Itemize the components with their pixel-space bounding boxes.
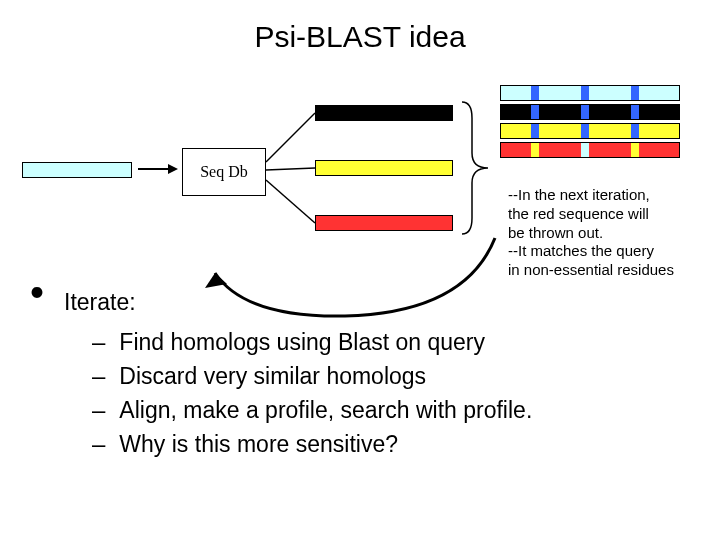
bullet-dot-icon: • — [30, 284, 44, 300]
profile-mark — [531, 86, 539, 100]
profile-mark — [531, 143, 539, 157]
query-sequence-bar — [22, 162, 132, 178]
seq-db-label: Seq Db — [200, 163, 248, 181]
annot-line: --In the next iteration, — [508, 186, 720, 205]
homolog-bar-black — [315, 105, 453, 121]
profile-row — [500, 142, 680, 158]
annotation-text: --In the next iteration, the red sequenc… — [508, 186, 720, 280]
page-title: Psi-BLAST idea — [0, 20, 720, 54]
dash-icon: – — [92, 362, 105, 390]
bullet-text: Why is this more sensitive? — [119, 431, 398, 458]
profile-alignment — [500, 85, 680, 161]
profile-mark — [631, 86, 639, 100]
bullet-list: • Iterate: – Find homologs using Blast o… — [30, 288, 670, 464]
dash-icon: – — [92, 396, 105, 424]
profile-mark — [631, 143, 639, 157]
profile-mark — [581, 143, 589, 157]
bullet-text: Align, make a profile, search with profi… — [119, 397, 532, 424]
svg-line-0 — [266, 113, 315, 162]
dash-icon: – — [92, 430, 105, 458]
annot-line: be thrown out. — [508, 224, 720, 243]
bullet-text: Discard very similar homologs — [119, 363, 426, 390]
iterate-heading: Iterate: — [64, 289, 136, 316]
profile-mark — [581, 124, 589, 138]
svg-marker-3 — [205, 273, 227, 288]
profile-mark — [531, 124, 539, 138]
svg-line-1 — [266, 168, 315, 170]
list-item: – Discard very similar homologs — [92, 362, 670, 390]
profile-mark — [581, 86, 589, 100]
profile-row — [500, 104, 680, 120]
profile-row — [500, 85, 680, 101]
profile-mark — [531, 105, 539, 119]
list-item: – Align, make a profile, search with pro… — [92, 396, 670, 424]
annot-line: in non-essential residues — [508, 261, 720, 280]
profile-mark — [581, 105, 589, 119]
dash-icon: – — [92, 328, 105, 356]
annot-line: the red sequence will — [508, 205, 720, 224]
profile-mark — [631, 124, 639, 138]
bullet-text: Find homologs using Blast on query — [119, 329, 485, 356]
annot-line: --It matches the query — [508, 242, 720, 261]
profile-row — [500, 123, 680, 139]
list-item: – Why is this more sensitive? — [92, 430, 670, 458]
bracket-icon — [460, 98, 494, 238]
profile-mark — [631, 105, 639, 119]
arrow-query-to-db — [138, 168, 176, 170]
homolog-bar-yellow — [315, 160, 453, 176]
svg-line-2 — [266, 180, 315, 223]
seq-db-box: Seq Db — [182, 148, 266, 196]
list-item: – Find homologs using Blast on query — [92, 328, 670, 356]
